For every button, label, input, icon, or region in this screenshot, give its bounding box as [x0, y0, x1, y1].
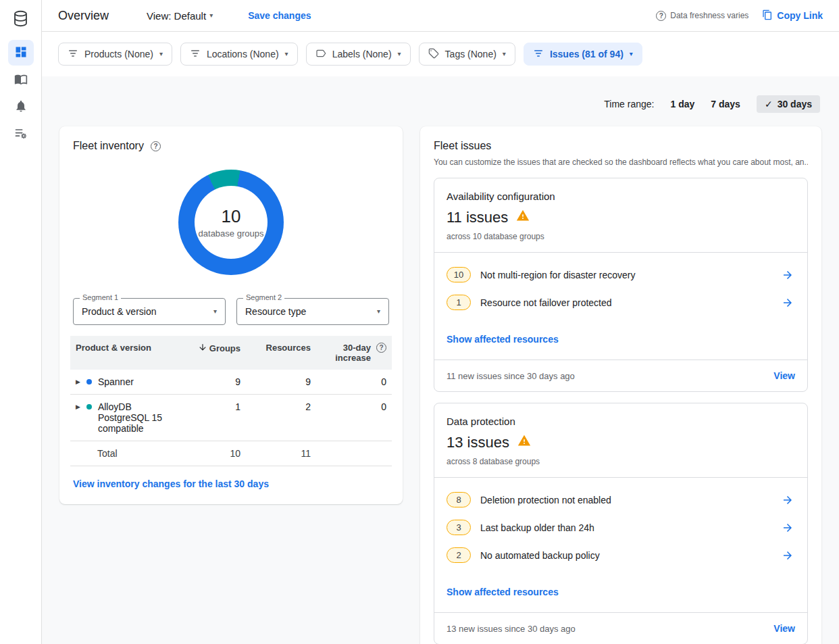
filter-chip-tags[interactable]: Tags (None) ▾ — [419, 43, 515, 66]
issue-items: 8 Deletion protection not enabled 3 Last… — [434, 477, 807, 612]
series-dot — [86, 404, 92, 410]
arrow-forward-icon[interactable] — [780, 548, 795, 563]
total-groups: 10 — [188, 441, 246, 466]
view-inventory-changes-link[interactable]: View inventory changes for the last 30 d… — [70, 466, 272, 497]
issue-count: 11 issues — [447, 209, 795, 226]
copy-icon — [762, 9, 773, 22]
chevron-down-icon: ▾ — [213, 308, 217, 315]
sidebar-item-book[interactable] — [8, 67, 34, 93]
segment2-select[interactable]: Segment 2 Resource type ▾ — [236, 298, 389, 325]
chevron-down-icon: ▾ — [159, 51, 163, 57]
column-product-version[interactable]: Product & version — [70, 336, 188, 370]
segment1-select[interactable]: Segment 1 Product & version ▾ — [73, 298, 226, 325]
help-icon[interactable]: ? — [376, 343, 386, 353]
cell-resources: 2 — [246, 395, 316, 441]
label-icon — [315, 48, 326, 61]
cell-increase: 0 — [316, 395, 392, 441]
arrow-forward-icon[interactable] — [780, 520, 795, 535]
issue-count-badge: 1 — [447, 295, 471, 310]
check-icon: ✓ — [765, 99, 773, 109]
issue-item: 3 Last backup older than 24h — [447, 514, 795, 541]
filter-chip-labels[interactable]: Labels (None) ▾ — [306, 43, 411, 66]
cell-groups: 1 — [188, 395, 246, 441]
sort-descending-icon — [198, 343, 207, 354]
filter-bar: Products (None) ▾ Locations (None) ▾ Lab… — [42, 32, 839, 76]
time-range-7days[interactable]: 7 days — [711, 99, 740, 109]
issue-item: 1 Resource not failover protected — [447, 289, 795, 316]
filter-chip-products[interactable]: Products (None) ▾ — [58, 43, 172, 66]
new-issues-text: 11 new issues since 30 days ago — [447, 371, 575, 381]
issue-card-title: Data protection — [447, 416, 795, 427]
column-resources[interactable]: Resources — [246, 336, 316, 370]
chevron-down-icon: ▾ — [503, 51, 506, 57]
time-range-1day[interactable]: 1 day — [670, 99, 694, 109]
help-icon[interactable]: ? — [151, 141, 161, 151]
cell-product: ▶ Spanner — [70, 370, 188, 395]
help-icon[interactable]: ? — [656, 11, 666, 21]
fleet-inventory-card: Fleet inventory ? 10 database groups — [59, 126, 403, 504]
cell-product: ▶ AlloyDB PostgreSQL 15 compatible — [70, 395, 188, 441]
issue-count-badge: 2 — [447, 547, 471, 563]
issue-card-data-protection: Data protection 13 issues across 8 datab… — [434, 403, 808, 644]
segment2-label: Segment 2 — [243, 293, 284, 301]
dashboard-icon — [14, 45, 28, 61]
series-dot — [86, 379, 92, 385]
chevron-down-icon: ▾ — [630, 51, 633, 57]
view-button[interactable]: View — [773, 370, 795, 381]
issue-card-header: Data protection 13 issues across 8 datab… — [434, 403, 807, 477]
filter-icon — [68, 48, 78, 61]
cell-resources: 9 — [246, 370, 316, 395]
table-row-spanner[interactable]: ▶ Spanner 9 9 0 — [70, 370, 392, 395]
warning-icon — [517, 434, 531, 451]
issue-count-badge: 3 — [447, 520, 471, 535]
filter-chip-issues[interactable]: Issues (81 of 94) ▾ — [524, 43, 642, 66]
issue-item: 2 No automated backup policy — [447, 541, 795, 569]
total-resources: 11 — [246, 441, 316, 466]
segment-selectors: Segment 1 Product & version ▾ Segment 2 … — [70, 298, 392, 325]
bell-icon — [14, 99, 28, 115]
new-issues-text: 13 new issues since 30 days ago — [447, 624, 576, 634]
inventory-table: Product & version Groups Resources — [70, 336, 392, 466]
filter-chip-locations[interactable]: Locations (None) ▾ — [180, 43, 298, 66]
column-groups[interactable]: Groups — [188, 336, 246, 370]
cell-increase: 0 — [316, 370, 392, 395]
issue-card-availability: Availability configuration 11 issues acr… — [434, 178, 808, 392]
filter-icon — [533, 48, 544, 61]
view-button[interactable]: View — [773, 623, 795, 634]
segment1-label: Segment 1 — [80, 293, 121, 301]
dashboard-cards: Fleet inventory ? 10 database groups — [59, 126, 821, 644]
issue-count-badge: 10 — [447, 267, 471, 282]
arrow-forward-icon[interactable] — [780, 493, 795, 507]
chevron-down-icon: ▾ — [285, 51, 288, 57]
chevron-down-icon: ▾ — [398, 51, 401, 57]
sidebar-item-notifications[interactable] — [8, 94, 34, 120]
issue-card-title: Availability configuration — [447, 191, 795, 202]
inventory-donut-chart: 10 database groups — [70, 152, 392, 298]
issue-item: 10 Not multi-region for disaster recover… — [447, 261, 795, 289]
topbar: Overview View: Default ▾ Save changes ? … — [42, 0, 839, 32]
expand-row-icon[interactable]: ▶ — [76, 376, 80, 385]
column-30day-increase[interactable]: 30-day increase ? — [316, 336, 392, 370]
copy-link-button[interactable]: Copy Link — [762, 9, 823, 22]
donut-center-value: 10 — [222, 206, 241, 227]
sidebar-item-dashboard[interactable] — [8, 40, 34, 66]
fleet-issues-title: Fleet issues — [434, 140, 808, 152]
time-range-bar: Time range: 1 day 7 days ✓ 30 days — [59, 76, 821, 126]
chevron-down-icon: ▾ — [209, 12, 213, 19]
donut-center-label: database groups — [199, 228, 264, 239]
data-freshness: ? Data freshness varies — [656, 11, 748, 21]
expand-row-icon[interactable]: ▶ — [76, 401, 80, 410]
topbar-right: ? Data freshness varies Copy Link — [656, 9, 823, 22]
save-changes-button[interactable]: Save changes — [248, 10, 311, 21]
arrow-forward-icon[interactable] — [780, 268, 795, 282]
issue-scope: across 10 database groups — [447, 232, 795, 241]
table-row-alloydb[interactable]: ▶ AlloyDB PostgreSQL 15 compatible 1 2 0 — [70, 395, 392, 441]
time-range-label: Time range: — [604, 99, 654, 109]
time-range-30days[interactable]: ✓ 30 days — [757, 95, 820, 113]
show-affected-resources-link[interactable]: Show affected resources — [447, 587, 559, 597]
view-selector[interactable]: View: Default ▾ — [147, 10, 213, 22]
arrow-forward-icon[interactable] — [780, 295, 795, 310]
show-affected-resources-link[interactable]: Show affected resources — [447, 334, 559, 345]
sidebar-item-settings-list[interactable] — [8, 121, 34, 147]
warning-icon — [516, 209, 530, 226]
